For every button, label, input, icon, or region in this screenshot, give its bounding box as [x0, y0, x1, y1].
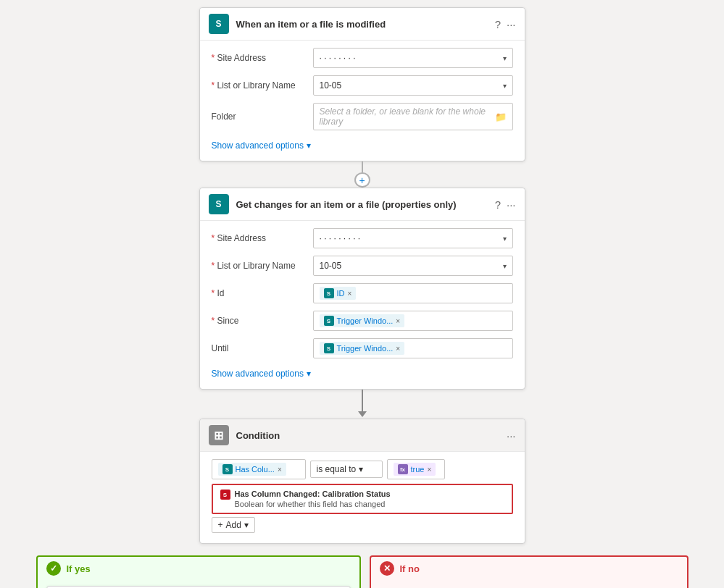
- condition-header: ⊞ Condition ···: [200, 419, 525, 452]
- if-yes-label: If yes: [67, 563, 91, 574]
- if-no-label: If no: [400, 563, 420, 574]
- folder-icon: 📁: [495, 112, 507, 122]
- yes-check-icon: ✓: [46, 561, 61, 576]
- tooltip-title: Has Column Changed: Calibration Status: [235, 490, 391, 498]
- condition-token1: S Has Colu... ×: [218, 463, 286, 476]
- condition-token1-close[interactable]: ×: [278, 466, 282, 474]
- gc-site-address-label: Site Address: [212, 233, 313, 243]
- arrow-line: [362, 390, 363, 411]
- get-changes-title: Get changes for an item or a file (prope…: [236, 199, 495, 210]
- gc-site-address-value[interactable]: · · · · · · · · · ▾: [313, 228, 513, 248]
- if-yes-branch: ✓ If yes X Send an email (V2) ? ···: [36, 555, 361, 588]
- list-chevron: ▾: [503, 82, 507, 90]
- site-address-chevron: ▾: [503, 54, 507, 62]
- sharepoint-icon: S: [209, 14, 229, 34]
- sharepoint-icon-2: S: [209, 194, 229, 214]
- site-address-row: Site Address · · · · · · · · ▾: [212, 48, 513, 68]
- condition-more-icon[interactable]: ···: [507, 429, 516, 442]
- trigger-more-icon[interactable]: ···: [507, 18, 516, 30]
- add-chevron-icon: ▾: [244, 520, 249, 530]
- list-library-row: List or Library Name 10-05 ▾: [212, 75, 513, 96]
- list-library-label: List or Library Name: [212, 80, 313, 91]
- condition-icon: ⊞: [209, 425, 229, 445]
- get-changes-card: S Get changes for an item or a file (pro…: [199, 188, 525, 390]
- connector-line-1: [362, 161, 363, 172]
- condition-token2-close[interactable]: ×: [427, 466, 431, 474]
- gc-list-library-value[interactable]: 10-05 ▾: [313, 256, 513, 276]
- site-address-label: Site Address: [212, 53, 313, 63]
- trigger-card-title: When an item or a file is modified: [236, 19, 495, 30]
- gc-list-library-row: List or Library Name 10-05 ▾: [212, 256, 513, 276]
- until-token-icon: S: [324, 343, 334, 353]
- gc-list-chevron: ▾: [503, 262, 507, 270]
- condition-body: S Has Colu... × is equal to ▾ fx true ×: [200, 452, 525, 543]
- gc-since-value[interactable]: S Trigger Windo... ×: [313, 311, 513, 331]
- condition-operator-dropdown[interactable]: is equal to ▾: [310, 461, 383, 478]
- id-token-close[interactable]: ×: [348, 290, 352, 298]
- get-changes-header: S Get changes for an item or a file (pro…: [200, 188, 525, 221]
- since-token-close[interactable]: ×: [396, 317, 400, 325]
- gc-until-value[interactable]: S Trigger Windo... ×: [313, 338, 513, 358]
- since-token: S Trigger Windo... ×: [320, 314, 405, 327]
- if-no-body: ⊞ Add an action: [371, 580, 687, 588]
- get-changes-more-icon[interactable]: ···: [507, 198, 516, 211]
- gc-id-row: Id S ID ×: [212, 283, 513, 303]
- connector-1: +: [354, 161, 370, 188]
- condition-token1-icon: S: [222, 464, 233, 474]
- if-yes-header: ✓ If yes: [38, 557, 359, 580]
- folder-row: Folder Select a folder, or leave blank f…: [212, 103, 513, 130]
- trigger-card-actions: ? ···: [495, 18, 516, 30]
- gc-site-address-row: Site Address · · · · · · · · · ▾: [212, 228, 513, 248]
- trigger-help-icon[interactable]: ?: [495, 18, 501, 30]
- condition-token2-icon: fx: [398, 464, 408, 474]
- folder-label: Folder: [212, 112, 313, 122]
- operator-chevron-icon: ▾: [359, 464, 363, 474]
- condition-main-row: S Has Colu... × is equal to ▾ fx true ×: [212, 459, 513, 479]
- trigger-card-body: Site Address · · · · · · · · ▾ List or L…: [200, 41, 525, 161]
- gc-since-row: Since S Trigger Windo... ×: [212, 311, 513, 331]
- if-no-header: ✕ If no: [371, 557, 687, 580]
- gc-since-label: Since: [212, 316, 313, 326]
- site-address-value[interactable]: · · · · · · · · ▾: [313, 48, 513, 68]
- gc-show-advanced[interactable]: Show advanced options ▾: [212, 369, 311, 379]
- condition-token2: fx true ×: [394, 463, 436, 476]
- condition-card: ⊞ Condition ··· S Has Colu... × is equal…: [199, 419, 525, 544]
- get-changes-actions: ? ···: [495, 198, 516, 211]
- until-token-close[interactable]: ×: [396, 345, 400, 353]
- gc-site-chevron: ▾: [503, 235, 507, 243]
- since-token-icon: S: [324, 316, 334, 326]
- no-x-icon: ✕: [380, 561, 394, 576]
- tooltip-desc: Boolean for whether this field has chang…: [235, 500, 391, 508]
- gc-id-label: Id: [212, 288, 313, 298]
- list-library-value[interactable]: 10-05 ▾: [313, 75, 513, 96]
- add-step-button-1[interactable]: +: [354, 172, 370, 188]
- condition-title: Condition: [236, 430, 507, 441]
- tooltip-icon: S: [220, 490, 230, 500]
- gc-list-library-label: List or Library Name: [212, 261, 313, 271]
- trigger-card-header: S When an item or a file is modified ? ·…: [200, 8, 525, 41]
- folder-value[interactable]: Select a folder, or leave blank for the …: [313, 103, 513, 130]
- gc-id-value[interactable]: S ID ×: [313, 283, 513, 303]
- condition-tooltip: S Has Column Changed: Calibration Status…: [212, 484, 513, 514]
- condition-token1-field[interactable]: S Has Colu... ×: [212, 459, 306, 479]
- connector-arrow-1: [358, 390, 367, 419]
- condition-actions: ···: [507, 429, 516, 442]
- get-changes-body: Site Address · · · · · · · · · ▾ List or…: [200, 221, 525, 389]
- until-token: S Trigger Windo... ×: [320, 342, 405, 355]
- trigger-show-advanced[interactable]: Show advanced options ▾: [212, 140, 311, 151]
- add-plus-icon: +: [218, 520, 223, 530]
- get-changes-help-icon[interactable]: ?: [495, 198, 501, 211]
- id-token-icon: S: [324, 288, 334, 298]
- gc-until-label: Until: [212, 343, 313, 353]
- gc-until-row: Until S Trigger Windo... ×: [212, 338, 513, 358]
- condition-token2-field[interactable]: fx true ×: [387, 459, 446, 479]
- trigger-card: S When an item or a file is modified ? ·…: [199, 7, 525, 161]
- arrow-head: [358, 411, 367, 417]
- id-token: S ID ×: [320, 287, 357, 300]
- if-no-branch: ✕ If no ⊞ Add an action: [370, 555, 688, 588]
- gc-chevron-down-icon: ▾: [307, 369, 311, 379]
- if-yes-body: X Send an email (V2) ? ··· To: [38, 580, 359, 588]
- condition-add-button[interactable]: + Add ▾: [212, 517, 255, 533]
- chevron-down-icon: ▾: [307, 140, 311, 151]
- split-container: ✓ If yes X Send an email (V2) ? ···: [36, 555, 688, 588]
